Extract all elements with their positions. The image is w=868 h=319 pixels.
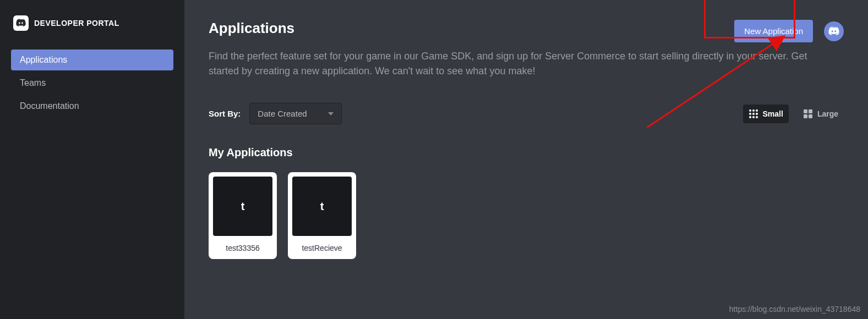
- view-large-button[interactable]: Large: [798, 105, 844, 123]
- app-thumb: t: [292, 177, 352, 236]
- view-small-label: Small: [763, 109, 783, 118]
- discord-avatar-icon: [828, 25, 840, 37]
- toolbar: Sort By: Date Created Small Large: [209, 103, 844, 124]
- sidebar: DEVELOPER PORTAL Applications Teams Docu…: [0, 0, 184, 319]
- page-description: Find the perfect feature set for your ga…: [209, 49, 825, 79]
- main-content: Applications New Application Find the pe…: [184, 0, 868, 319]
- sidebar-item-teams[interactable]: Teams: [11, 73, 173, 94]
- sort-by-label: Sort By:: [209, 109, 241, 118]
- view-small-button[interactable]: Small: [743, 105, 789, 123]
- nav-list: Applications Teams Documentation: [11, 50, 173, 117]
- app-thumb: t: [213, 177, 272, 236]
- view-large-label: Large: [817, 109, 838, 118]
- app-card[interactable]: t testRecieve: [288, 172, 356, 259]
- brand-title: DEVELOPER PORTAL: [34, 19, 119, 28]
- grid-small-icon: [749, 109, 758, 119]
- top-actions: New Application: [734, 20, 844, 42]
- app-name: test33356: [213, 244, 272, 252]
- brand: DEVELOPER PORTAL: [11, 15, 173, 31]
- topbar: Applications New Application: [209, 20, 844, 49]
- app-card[interactable]: t test33356: [209, 172, 277, 259]
- discord-logo-icon: [13, 15, 29, 31]
- app-name: testRecieve: [292, 244, 352, 252]
- app-grid: t test33356 t testRecieve: [209, 172, 844, 259]
- grid-large-icon: [803, 109, 813, 119]
- sort-by-select[interactable]: Date Created: [249, 103, 342, 124]
- page-title: Applications: [209, 20, 294, 37]
- sort-selected-value: Date Created: [258, 109, 307, 118]
- section-my-applications: My Applications: [209, 146, 844, 159]
- sidebar-item-applications[interactable]: Applications: [11, 50, 173, 70]
- sidebar-item-documentation[interactable]: Documentation: [11, 96, 173, 117]
- avatar[interactable]: [824, 21, 844, 41]
- watermark: https://blog.csdn.net/weixin_43718648: [729, 305, 860, 314]
- chevron-down-icon: [328, 112, 334, 116]
- new-application-button[interactable]: New Application: [734, 20, 813, 42]
- view-toggles: Small Large: [743, 105, 844, 123]
